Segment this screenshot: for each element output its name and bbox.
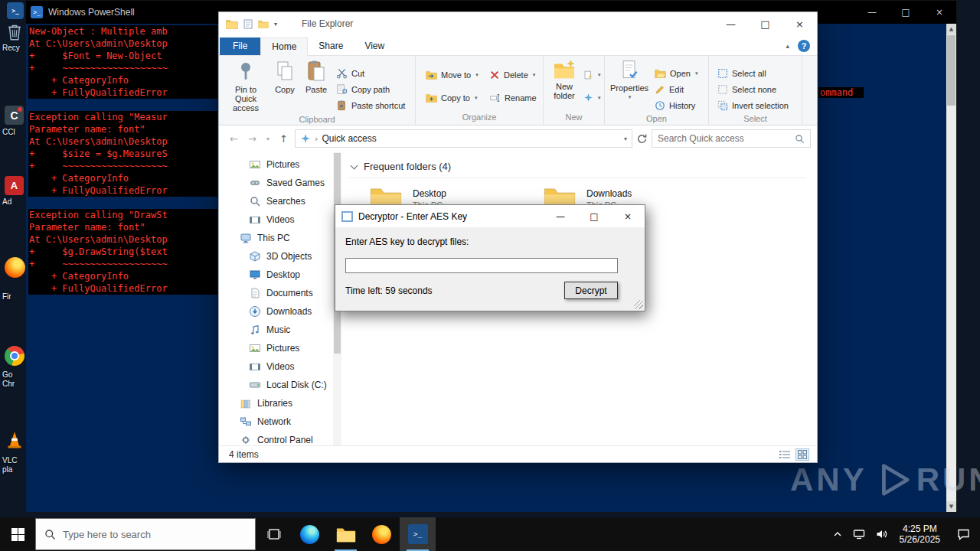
adobe-shortcut[interactable]: A xyxy=(5,176,24,195)
help-icon[interactable]: ? xyxy=(798,40,810,52)
close-button[interactable]: × xyxy=(782,12,817,35)
edit-button[interactable]: Edit xyxy=(651,81,701,97)
collapse-section-chevron-icon[interactable] xyxy=(351,161,358,169)
properties-button[interactable]: Properties ▾ xyxy=(608,58,651,113)
details-view-button[interactable] xyxy=(778,448,792,461)
select-all-button[interactable]: Select all xyxy=(714,65,792,81)
sidebar-item-searches[interactable]: Searches xyxy=(219,192,341,210)
powershell-scrollbar[interactable]: ▲ ▼ xyxy=(946,24,956,512)
taskbar-clock[interactable]: 4:25 PM 5/26/2025 xyxy=(893,523,947,545)
scrollbar-thumb[interactable] xyxy=(947,35,956,106)
thumbnails-view-button[interactable] xyxy=(795,448,809,461)
action-center-button[interactable] xyxy=(947,517,980,551)
maximize-button[interactable]: □ xyxy=(889,1,923,24)
sidebar-item-downloads[interactable]: Downloads xyxy=(219,302,341,321)
new-folder-button[interactable]: New folder xyxy=(547,58,582,112)
sidebar-item-this-pc[interactable]: This PC xyxy=(219,229,341,247)
paste-shortcut-button[interactable]: Paste shortcut xyxy=(332,97,409,113)
taskbar-search[interactable]: Type here to search xyxy=(35,518,256,550)
vlc-label-line2: pla xyxy=(2,465,12,474)
minimize-button[interactable]: — xyxy=(544,205,577,227)
tab-home[interactable]: Home xyxy=(260,37,308,56)
scroll-down-arrow-icon[interactable]: ▼ xyxy=(946,501,956,512)
pin-to-quick-access-button[interactable]: Pin to Quick access xyxy=(222,58,270,114)
taskbar-powershell-button[interactable]: >_ xyxy=(400,517,436,551)
console-line: + $Font = New-Object xyxy=(28,50,217,62)
start-button[interactable] xyxy=(0,517,35,551)
select-none-button[interactable]: Select none xyxy=(714,81,792,97)
back-button[interactable]: ← xyxy=(227,133,241,145)
tab-file[interactable]: File xyxy=(220,37,260,55)
sidebar-item-documents[interactable]: Documents xyxy=(219,284,341,302)
sidebar-item-saved-games[interactable]: Saved Games xyxy=(219,174,341,192)
move-to-button[interactable]: Move to ▾ xyxy=(422,67,485,83)
explorer-search-box[interactable] xyxy=(652,129,811,148)
properties-qat-icon[interactable] xyxy=(243,19,253,29)
sidebar-item-videos-2[interactable]: Videos xyxy=(219,357,341,376)
taskbar-firefox-button[interactable] xyxy=(364,517,400,551)
hidden-icons-button[interactable] xyxy=(828,517,848,551)
network-tray-button[interactable] xyxy=(848,517,871,551)
recent-locations-chevron-icon[interactable]: ▾ xyxy=(263,135,273,142)
rename-button[interactable]: Rename xyxy=(485,90,541,106)
scroll-up-arrow-icon[interactable]: ▲ xyxy=(946,24,956,34)
tab-share[interactable]: Share xyxy=(308,37,354,55)
volume-tray-button[interactable] xyxy=(871,517,893,551)
refresh-icon[interactable] xyxy=(636,133,648,145)
taskbar-edge-button[interactable] xyxy=(292,517,328,551)
tab-view[interactable]: View xyxy=(354,37,395,55)
taskbar-explorer-button[interactable] xyxy=(328,517,364,551)
new-item-button[interactable]: ▾ xyxy=(582,67,603,83)
maximize-button[interactable]: □ xyxy=(748,12,782,35)
address-bar[interactable]: › Quick access ▾ xyxy=(295,129,632,148)
explorer-titlebar[interactable]: ▾ File Explorer — □ × xyxy=(219,12,817,35)
copy-button[interactable]: Copy xyxy=(270,58,300,114)
up-button[interactable]: ↑ xyxy=(276,133,291,145)
history-button[interactable]: History xyxy=(651,97,701,113)
sidebar-item-libraries[interactable]: Libraries xyxy=(219,394,341,412)
maximize-button[interactable]: □ xyxy=(577,205,611,227)
sidebar-item-pictures[interactable]: Pictures xyxy=(219,155,341,174)
address-dropdown-chevron-icon[interactable]: ▾ xyxy=(624,135,627,142)
cut-button[interactable]: Cut xyxy=(332,65,409,81)
easy-access-button[interactable]: ▾ xyxy=(582,90,603,106)
sidebar-item-desktop[interactable]: Desktop xyxy=(219,266,341,284)
paste-button[interactable]: Paste xyxy=(300,58,332,114)
search-icon[interactable] xyxy=(795,134,805,144)
close-button[interactable]: × xyxy=(611,205,645,227)
copy-to-button[interactable]: Copy to ▾ xyxy=(422,90,485,106)
firefox-shortcut[interactable] xyxy=(5,257,25,278)
decrypt-button[interactable]: Decrypt xyxy=(564,282,618,299)
sidebar-item-control-panel[interactable]: Control Panel xyxy=(219,431,341,445)
close-button[interactable]: × xyxy=(923,1,956,24)
minimize-button[interactable]: — xyxy=(855,1,889,24)
breadcrumb[interactable]: Quick access xyxy=(322,133,376,144)
minimize-button[interactable]: — xyxy=(714,12,748,35)
button-label: Select none xyxy=(732,85,776,94)
copy-path-button[interactable]: Copy path xyxy=(332,81,409,97)
explorer-search-input[interactable] xyxy=(658,133,795,144)
sidebar-item-3d-objects[interactable]: 3D Objects xyxy=(219,247,341,266)
sidebar-item-music[interactable]: Music xyxy=(219,321,341,339)
powershell-desktop-shortcut[interactable]: >_ xyxy=(7,2,24,19)
vlc-shortcut[interactable] xyxy=(5,430,24,450)
dialog-titlebar[interactable]: Decryptor - Enter AES Key — □ × xyxy=(335,205,645,227)
sidebar-item-pictures-2[interactable]: Pictures xyxy=(219,339,341,357)
ccleaner-shortcut[interactable]: C xyxy=(5,106,24,125)
resize-grip[interactable] xyxy=(634,300,643,309)
new-folder-qat-icon[interactable] xyxy=(258,20,269,28)
forward-button[interactable]: → xyxy=(245,133,260,145)
task-view-button[interactable] xyxy=(256,517,292,551)
delete-button[interactable]: Delete ▾ xyxy=(485,67,541,83)
aes-key-input[interactable] xyxy=(345,258,618,273)
invert-selection-button[interactable]: Invert selection xyxy=(714,97,792,113)
sidebar-item-network[interactable]: Network xyxy=(219,412,341,431)
sidebar-item-videos[interactable]: Videos xyxy=(219,210,341,229)
collapse-ribbon-icon[interactable]: ▴ xyxy=(786,42,789,50)
recycle-bin-shortcut[interactable] xyxy=(5,21,24,42)
qat-customize-chevron-icon[interactable]: ▾ xyxy=(274,21,277,28)
chrome-shortcut[interactable] xyxy=(5,346,24,366)
open-button[interactable]: Open ▾ xyxy=(651,65,701,81)
sidebar-item-local-disk-c[interactable]: Local Disk (C:) xyxy=(219,376,341,394)
frequent-folders-header[interactable]: Frequent folders (4) xyxy=(349,159,806,178)
